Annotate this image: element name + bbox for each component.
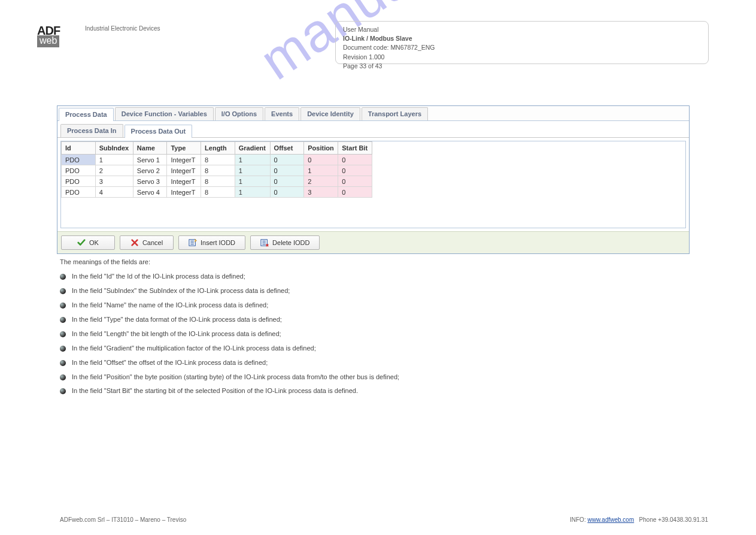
- footer-left: ADFweb.com Srl – IT31010 – Mareno – Trev…: [60, 516, 186, 523]
- tab-transport-layers[interactable]: Transport Layers: [362, 107, 428, 120]
- document-header: ADF web Industrial Electronic Devices Us…: [37, 21, 719, 69]
- description-item: In the field "SubIndex" the SubIndex of …: [60, 286, 399, 296]
- insert-label: Insert IODD: [201, 239, 235, 246]
- description-item: In the field "Length" the bit length of …: [60, 330, 399, 339]
- description-item: In the field "Start Bit" the starting bi…: [60, 386, 399, 396]
- table-row[interactable]: PDO2Servo 2IntegerT81010: [62, 165, 372, 176]
- subtab-process-data-in[interactable]: Process Data In: [60, 124, 123, 137]
- process-data-table[interactable]: Id SubIndex Name Type Length Gradient Of…: [61, 141, 372, 198]
- delete-label: Delete IODD: [272, 239, 309, 246]
- x-icon: [130, 238, 139, 247]
- main-tabs: Process Data Device Function - Variables…: [57, 106, 689, 121]
- header-left-text: Industrial Electronic Devices: [85, 25, 160, 33]
- sub-tabs: Process Data In Process Data Out: [57, 121, 689, 138]
- description-intro: The meanings of the fields are:: [60, 258, 399, 267]
- subtab-process-data-out[interactable]: Process Data Out: [125, 125, 193, 138]
- logo-bottom: web: [37, 35, 59, 47]
- insert-iodd-button[interactable]: Insert IODD: [178, 235, 245, 250]
- table-row[interactable]: PDO1Servo 1IntegerT81000: [62, 155, 372, 165]
- footer: ADFweb.com Srl – IT31010 – Mareno – Trev…: [60, 516, 708, 523]
- iodd-panel: Process Data Device Function - Variables…: [57, 105, 690, 254]
- col-name: Name: [133, 142, 167, 155]
- description-item: In the field "Name" the name of the IO-L…: [60, 301, 399, 310]
- col-position: Position: [304, 142, 338, 155]
- ok-button[interactable]: OK: [61, 235, 115, 250]
- col-id: Id: [62, 142, 96, 155]
- description-item: In the field "Id" the Id of the IO-Link …: [60, 272, 399, 282]
- col-subindex: SubIndex: [95, 142, 133, 155]
- button-bar: OK Cancel Insert IODD Delete IODD: [57, 231, 689, 253]
- header-right-box: User Manual IO-Link / Modbus Slave Docum…: [335, 21, 709, 64]
- description-item: In the field "Position" the byte positio…: [60, 373, 399, 382]
- description-item: In the field "Gradient" the multiplicati…: [60, 344, 399, 353]
- data-table-wrap: Id SubIndex Name Type Length Gradient Of…: [60, 141, 686, 228]
- ok-label: OK: [89, 239, 99, 246]
- description-item: In the field "Type" the data format of t…: [60, 315, 399, 325]
- footer-right: INFO: www.adfweb.com Phone +39.0438.30.9…: [570, 516, 708, 523]
- col-offset: Offset: [270, 142, 304, 155]
- cancel-button[interactable]: Cancel: [120, 235, 174, 250]
- col-type: Type: [167, 142, 201, 155]
- table-row[interactable]: PDO4Servo 4IntegerT81030: [62, 187, 372, 198]
- table-row[interactable]: PDO3Servo 3IntegerT81020: [62, 176, 372, 187]
- logo: ADF web: [37, 24, 72, 59]
- delete-icon: [260, 238, 269, 247]
- cancel-label: Cancel: [142, 239, 163, 246]
- col-gradient: Gradient: [235, 142, 270, 155]
- field-description: The meanings of the fields are: In the f…: [60, 258, 399, 401]
- insert-icon: [189, 238, 197, 247]
- delete-iodd-button[interactable]: Delete IODD: [250, 235, 320, 250]
- description-item: In the field "Offset" the offset of the …: [60, 358, 399, 368]
- tab-io-options[interactable]: I/O Options: [215, 107, 263, 120]
- tab-process-data[interactable]: Process Data: [59, 108, 114, 121]
- col-length: Length: [201, 142, 235, 155]
- footer-link[interactable]: www.adfweb.com: [587, 516, 634, 523]
- tab-events[interactable]: Events: [265, 107, 299, 120]
- tab-device-identity[interactable]: Device Identity: [300, 107, 360, 120]
- tab-device-function[interactable]: Device Function - Variables: [115, 107, 214, 120]
- col-startbit: Start Bit: [338, 142, 372, 155]
- check-icon: [77, 238, 86, 247]
